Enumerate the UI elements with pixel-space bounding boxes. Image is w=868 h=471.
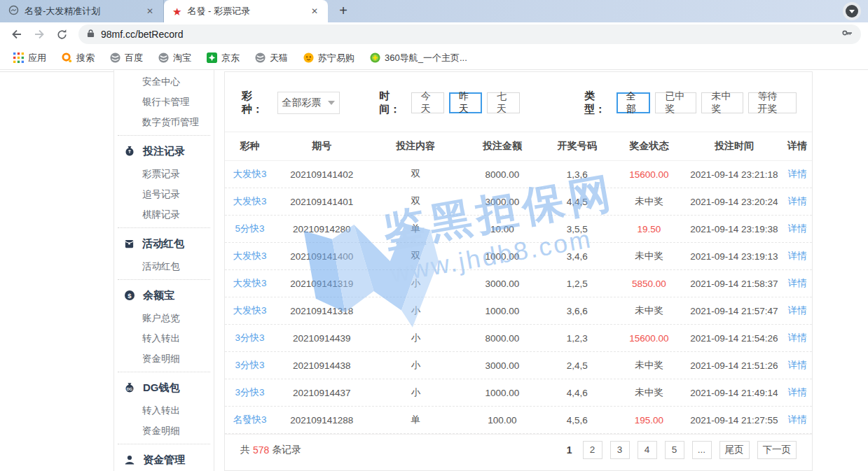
bet-time: 2021-09-14 23:19:38 [686, 224, 783, 234]
detail-link[interactable]: 详情 [783, 250, 812, 262]
sidebar-divider [118, 372, 210, 372]
type-button-未中奖[interactable]: 未中奖 [701, 92, 743, 113]
prize-status: 未中奖 [612, 304, 686, 317]
sidebar-item-棋牌记录[interactable]: 棋牌记录 [114, 204, 214, 225]
bookmark-3[interactable]: 百度 [104, 49, 149, 67]
detail-link[interactable]: 详情 [783, 332, 812, 344]
forward-icon[interactable] [29, 24, 49, 44]
detail-link[interactable]: 详情 [783, 359, 812, 372]
table-row: 3分快320210914437小1000.004,4,6未中奖2021-09-1… [225, 379, 812, 407]
lion-icon [303, 52, 314, 63]
bet-time: 2021-09-14 21:58:37 [686, 279, 783, 289]
detail-link[interactable]: 详情 [783, 414, 812, 426]
sidebar-section-余额宝[interactable]: $余额宝 [114, 283, 214, 308]
bet-time: 2021-09-14 21:27:55 [686, 415, 783, 426]
page-button-2[interactable]: 2 [583, 441, 602, 459]
column-header-投注内容: 投注内容 [368, 140, 462, 153]
bookmarks-bar: 应用搜索百度淘宝京东天猫苏宁易购360导航_一个主页... [0, 46, 868, 70]
bet-content: 小 [368, 277, 462, 290]
sidebar-section-投注记录[interactable]: 投注记录 [114, 139, 214, 164]
sidebar-item-银行卡管理[interactable]: 银行卡管理 [114, 92, 214, 112]
draw-numbers: 2,4,5 [542, 360, 613, 371]
detail-link[interactable]: 详情 [783, 223, 812, 235]
bookmark-8[interactable]: 360导航_一个主页... [364, 49, 474, 67]
sidebar-section-DG钱包[interactable]: DGDG钱包 [114, 375, 214, 400]
bookmark-2[interactable]: 搜索 [55, 49, 101, 67]
lottery-select[interactable]: 全部彩票 [277, 92, 340, 114]
browser-chrome: 名發-大发精准计划 ✕ ★ 名發 - 彩票记录 ✕ + 98mf.cc/betR… [0, 0, 868, 70]
type-button-等待开奖[interactable]: 等待开奖 [748, 92, 797, 113]
tab-close-icon[interactable]: ✕ [144, 5, 156, 17]
sidebar-item-账户总览[interactable]: 账户总览 [114, 308, 214, 328]
bookmark-6[interactable]: 天猫 [249, 49, 294, 67]
browser-tab-1[interactable]: 名發-大发精准计划 ✕ [0, 0, 164, 22]
time-button-七天[interactable]: 七天 [487, 92, 520, 113]
draw-numbers: 4,4,5 [542, 197, 613, 207]
lottery-name: 5分快3 [225, 223, 275, 235]
page-button-5[interactable]: 5 [665, 441, 684, 459]
type-button-全部[interactable]: 全部 [616, 92, 651, 113]
refresh-icon[interactable] [52, 24, 71, 44]
browser-scroll-menu-icon[interactable] [843, 2, 861, 20]
page-button-...[interactable]: ... [692, 441, 712, 459]
sidebar-item-彩票记录[interactable]: 彩票记录 [114, 164, 214, 184]
type-button-已中奖[interactable]: 已中奖 [655, 92, 696, 113]
bookmark-4[interactable]: 淘宝 [152, 49, 198, 67]
back-icon[interactable] [7, 24, 27, 44]
sidebar-item-资金明细[interactable]: 资金明细 [114, 421, 214, 441]
sidebar-item-转入转出[interactable]: 转入转出 [114, 328, 214, 349]
address-bar[interactable]: 98mf.cc/betRecord [78, 24, 861, 44]
draw-numbers: 4,4,6 [542, 388, 613, 398]
time-filter-group: 今天昨天七天 [406, 92, 520, 113]
sidebar-divider [118, 279, 210, 280]
filter-bar: 彩种： 全部彩票 时间： 今天昨天七天 类型： 全部已中奖未中奖等待开奖 [225, 72, 812, 132]
bookmark-1[interactable]: 应用 [7, 49, 53, 67]
nav360-icon [370, 52, 380, 63]
page-button-3[interactable]: 3 [610, 441, 630, 459]
bet-amount: 1000.00 [462, 251, 542, 262]
url-text[interactable]: 98mf.cc/betRecord [101, 29, 835, 40]
sidebar-item-数字货币管理[interactable]: 数字货币管理 [114, 112, 214, 132]
time-button-昨天[interactable]: 昨天 [449, 92, 482, 113]
sidebar-item-安全中心[interactable]: 安全中心 [114, 71, 214, 92]
sidebar-section-活动红包[interactable]: 活动红包 [114, 231, 214, 256]
page-button-下一页[interactable]: 下一页 [757, 441, 797, 459]
detail-link[interactable]: 详情 [783, 195, 812, 208]
sidebar-item-活动红包[interactable]: 活动红包 [114, 256, 214, 276]
sidebar-item-转入转出[interactable]: 转入转出 [114, 400, 214, 421]
table-body: 大发快3202109141402双8000.001,3,615600.00202… [225, 161, 812, 434]
sidebar-divider [118, 135, 210, 136]
bet-amount: 8000.00 [462, 169, 542, 180]
detail-link[interactable]: 详情 [783, 277, 812, 290]
table-row: 大发快3202109141401双3000.004,4,5未中奖2021-09-… [225, 188, 812, 216]
chevron-down-icon [328, 101, 335, 105]
detail-link[interactable]: 详情 [783, 168, 812, 181]
column-header-投注金额: 投注金额 [462, 140, 542, 153]
key-icon[interactable] [841, 27, 853, 41]
tab-strip: 名發-大发精准计划 ✕ ★ 名發 - 彩票记录 ✕ + [0, 0, 868, 22]
bookmark-7[interactable]: 苏宁易购 [297, 49, 361, 67]
sidebar-divider [118, 227, 210, 228]
yuebao-icon: $ [124, 290, 135, 301]
lottery-name: 3分快3 [225, 332, 275, 344]
tab-close-icon[interactable]: ✕ [308, 5, 321, 17]
bookmark-5[interactable]: 京东 [200, 49, 246, 67]
time-button-今天[interactable]: 今天 [411, 92, 444, 113]
bet-amount: 3000.00 [462, 279, 542, 289]
total-records-suffix: 条记录 [272, 444, 301, 456]
sidebar-item-追号记录[interactable]: 追号记录 [114, 184, 214, 204]
bet-content: 小 [368, 332, 462, 344]
detail-link[interactable]: 详情 [783, 304, 812, 317]
detail-link[interactable]: 详情 [783, 386, 812, 399]
new-tab-button[interactable]: + [333, 1, 353, 21]
total-records-prefix: 共 [240, 444, 250, 456]
bet-content: 单 [368, 414, 462, 426]
sidebar-item-资金明细[interactable]: 资金明细 [114, 349, 214, 369]
browser-tab-2-active[interactable]: ★ 名發 - 彩票记录 ✕ [164, 0, 328, 22]
page-button-4[interactable]: 4 [638, 441, 657, 459]
sidebar-section-资金管理[interactable]: 资金管理 [114, 447, 214, 471]
dg-wallet-icon: DG [124, 382, 135, 393]
page-button-尾页[interactable]: 尾页 [719, 441, 750, 459]
jd-icon [207, 52, 217, 63]
globe-icon [110, 52, 120, 63]
